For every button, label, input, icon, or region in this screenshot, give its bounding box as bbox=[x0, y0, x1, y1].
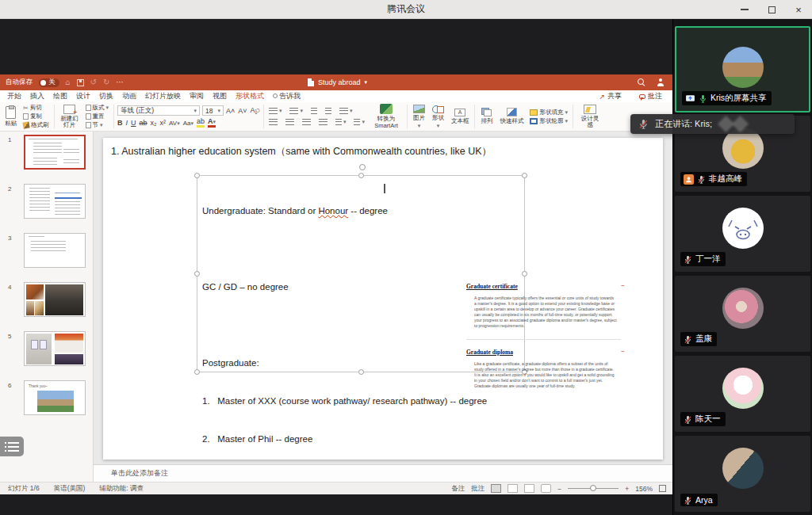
zoom-level[interactable]: 156% bbox=[635, 485, 653, 493]
new-slide-button[interactable]: 新建幻灯片 bbox=[58, 104, 82, 130]
slideshow-button[interactable] bbox=[541, 484, 551, 493]
slide-sorter-button[interactable] bbox=[508, 484, 518, 493]
share-button[interactable]: ↗共享 bbox=[595, 91, 626, 101]
font-color-button[interactable]: A▾ bbox=[208, 118, 216, 128]
numbering-button[interactable]: ▾ bbox=[288, 107, 304, 115]
superscript-button[interactable]: x² bbox=[160, 119, 167, 127]
resize-handle-nw[interactable] bbox=[194, 173, 200, 178]
more-commands-icon[interactable]: ⋯ bbox=[116, 78, 124, 86]
reset-button[interactable]: 重置 bbox=[84, 113, 111, 120]
paste-button[interactable]: 粘贴 bbox=[2, 105, 19, 128]
tab-animations[interactable]: 动画 bbox=[122, 91, 136, 101]
floating-list-button[interactable] bbox=[0, 437, 24, 456]
restore-button[interactable] bbox=[764, 2, 779, 17]
align-right-button[interactable] bbox=[301, 118, 312, 126]
insert-shapes-button[interactable]: 形状▾ bbox=[430, 104, 446, 130]
comments-button[interactable]: 批注 bbox=[635, 91, 666, 101]
italic-button[interactable]: I bbox=[126, 119, 128, 127]
save-icon[interactable] bbox=[77, 79, 84, 86]
format-painter-button[interactable]: 格式刷 bbox=[21, 121, 51, 129]
slide-thumbnail-6[interactable]: Thank you~ bbox=[24, 380, 86, 415]
copy-button[interactable]: 复制 bbox=[21, 113, 51, 120]
resize-handle-w[interactable] bbox=[194, 271, 200, 277]
tab-draw[interactable]: 绘图 bbox=[53, 91, 67, 101]
participant-tile[interactable]: 陈天一 bbox=[675, 356, 810, 432]
highlight-color-button[interactable]: ab bbox=[197, 118, 205, 128]
convert-smartart-button[interactable]: 转换为SmartArt bbox=[369, 103, 404, 130]
align-left-button[interactable] bbox=[267, 118, 279, 126]
resize-handle-ne[interactable] bbox=[522, 173, 527, 178]
participant-tile[interactable]: Arya bbox=[675, 436, 810, 512]
participant-tile[interactable]: 盖康 bbox=[675, 276, 810, 352]
participant-tile[interactable]: 丁一洋 bbox=[675, 196, 810, 272]
tab-shape-format[interactable]: 形状格式 bbox=[236, 91, 264, 101]
decrease-indent-button[interactable] bbox=[309, 107, 319, 115]
slide-thumbnail-3[interactable] bbox=[24, 233, 86, 268]
tab-insert[interactable]: 插入 bbox=[30, 91, 44, 101]
cut-button[interactable]: ✂剪切 bbox=[21, 104, 51, 112]
tab-view[interactable]: 视图 bbox=[213, 91, 227, 101]
bullets-button[interactable]: ▾ bbox=[267, 107, 284, 115]
line-spacing-button[interactable]: ▾ bbox=[338, 107, 354, 115]
underline-button[interactable]: U bbox=[131, 119, 136, 127]
minimize-button[interactable] bbox=[737, 2, 752, 17]
zoom-slider[interactable] bbox=[568, 488, 619, 489]
autosave-toggle[interactable]: 关 bbox=[39, 78, 59, 87]
align-center-button[interactable] bbox=[284, 118, 296, 126]
clear-format-button[interactable]: A𝚙 bbox=[251, 106, 260, 115]
comments-toggle[interactable]: 批注 bbox=[471, 484, 485, 494]
justify-button[interactable] bbox=[317, 118, 329, 126]
slide-thumbnail-panel[interactable]: 1 2 bbox=[0, 132, 94, 482]
strikethrough-button[interactable]: ab bbox=[140, 119, 147, 127]
accessibility-status[interactable]: 辅助功能: 调查 bbox=[99, 484, 144, 494]
increase-indent-button[interactable] bbox=[324, 107, 333, 115]
shape-fill-button[interactable]: 形状填充▾ bbox=[528, 109, 569, 116]
notes-toggle[interactable]: 备注 bbox=[451, 484, 465, 494]
quick-styles-button[interactable]: 快速样式 bbox=[497, 107, 526, 125]
fit-slide-button[interactable] bbox=[659, 485, 666, 492]
tab-transitions[interactable]: 切换 bbox=[99, 91, 113, 101]
document-title-chip[interactable]: Study abroad ▾ bbox=[308, 74, 367, 90]
slide-thumbnail-5[interactable] bbox=[24, 331, 86, 366]
design-ideas-button[interactable]: 设计灵感 bbox=[576, 104, 603, 130]
zoom-out-button[interactable]: − bbox=[557, 485, 561, 493]
shrink-font-button[interactable]: A˅ bbox=[238, 107, 247, 115]
redo-icon[interactable]: ↻ bbox=[103, 78, 109, 86]
character-spacing-button[interactable]: A︎V▾ bbox=[169, 120, 180, 127]
undo-icon[interactable]: ↺ bbox=[90, 78, 97, 86]
tab-home[interactable]: 开始 bbox=[7, 91, 21, 101]
close-button[interactable]: × bbox=[791, 2, 806, 17]
shape-outline-button[interactable]: 形状轮廓▾ bbox=[528, 117, 569, 125]
font-size-select[interactable]: 18▾ bbox=[202, 105, 224, 116]
change-case-button[interactable]: Aa▾ bbox=[183, 120, 193, 127]
language-indicator[interactable]: 英语(美国) bbox=[54, 484, 86, 494]
notes-pane[interactable]: 单击此处添加备注 bbox=[94, 464, 672, 482]
insert-picture-button[interactable]: 图片▾ bbox=[411, 104, 427, 130]
section-button[interactable]: 节▾ bbox=[84, 121, 111, 129]
participant-tile-kris[interactable]: Kris的屏幕共享 bbox=[675, 26, 810, 113]
tab-slideshow[interactable]: 幻灯片放映 bbox=[145, 91, 181, 101]
bold-button[interactable]: B bbox=[117, 119, 123, 127]
reading-view-button[interactable] bbox=[524, 484, 534, 493]
search-icon[interactable] bbox=[638, 78, 645, 86]
home-icon[interactable]: ⌂ bbox=[66, 78, 71, 86]
tab-tell-me[interactable]: 告诉我 bbox=[273, 91, 301, 101]
grow-font-button[interactable]: A˄ bbox=[226, 107, 235, 115]
slide-thumbnail-2[interactable] bbox=[24, 184, 86, 219]
zoom-in-button[interactable]: + bbox=[625, 485, 629, 493]
resize-handle-n[interactable] bbox=[358, 173, 364, 178]
align-text-button[interactable]: ▾ bbox=[352, 118, 366, 126]
slide-thumbnail-1[interactable] bbox=[24, 135, 86, 170]
slide-canvas[interactable]: 1. Australian higher education system（sa… bbox=[103, 138, 663, 460]
text-direction-button[interactable]: ▾ bbox=[334, 118, 348, 126]
normal-view-button[interactable] bbox=[491, 484, 501, 493]
resize-handle-sw[interactable] bbox=[194, 369, 200, 375]
font-name-select[interactable]: 等线 (正文)▾ bbox=[117, 105, 200, 116]
zoom-slider-thumb[interactable] bbox=[590, 485, 596, 491]
tab-review[interactable]: 审阅 bbox=[190, 91, 204, 101]
layout-button[interactable]: 版式▾ bbox=[84, 104, 111, 112]
subscript-button[interactable]: x₂ bbox=[151, 119, 157, 127]
arrange-button[interactable]: 排列 bbox=[478, 107, 495, 125]
account-icon[interactable] bbox=[657, 78, 665, 86]
slide-thumbnail-4[interactable] bbox=[24, 282, 86, 317]
